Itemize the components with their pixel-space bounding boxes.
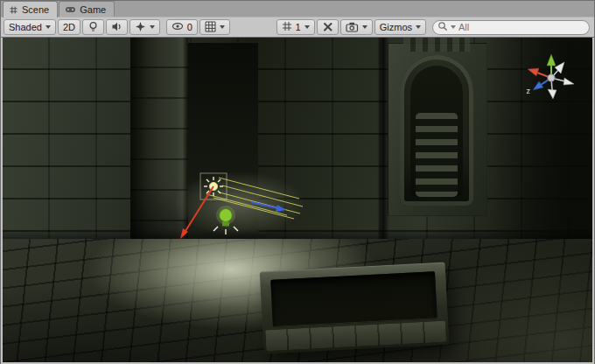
search-icon bbox=[438, 21, 448, 33]
gizmos-label: Gizmos bbox=[380, 22, 412, 32]
scene-lighting-button[interactable] bbox=[82, 19, 104, 35]
scene-audio-button[interactable] bbox=[106, 19, 128, 35]
game-tab-icon bbox=[65, 4, 76, 14]
chevron-down-icon bbox=[304, 25, 310, 29]
crossed-tools-icon bbox=[322, 21, 333, 34]
grid-icon bbox=[205, 21, 216, 34]
scene-arch-grate bbox=[416, 113, 458, 197]
grid-visibility-dropdown[interactable] bbox=[200, 19, 230, 35]
tab-game[interactable]: Game bbox=[59, 1, 115, 17]
scene-3d-viewport[interactable]: z bbox=[3, 38, 592, 362]
shading-mode-label: Shaded bbox=[9, 22, 42, 32]
scene-effects-dropdown[interactable] bbox=[130, 19, 160, 35]
tab-scene-label: Scene bbox=[22, 4, 49, 15]
tab-scene[interactable]: Scene bbox=[3, 1, 58, 18]
chevron-down-icon bbox=[362, 25, 368, 29]
viewport-frame: z bbox=[1, 37, 594, 364]
scene-arch-emblem bbox=[403, 38, 470, 52]
sparkle-icon bbox=[135, 21, 146, 34]
light-bulb-icon bbox=[88, 21, 99, 34]
scene-toolbar: Shaded 2D 0 bbox=[1, 17, 594, 37]
grid-snap-dropdown[interactable]: 1 bbox=[276, 19, 315, 35]
visibility-hidden-count: 0 bbox=[187, 22, 192, 32]
camera-icon bbox=[346, 21, 359, 34]
trough-interior bbox=[270, 271, 438, 327]
scene-stone-trough bbox=[260, 262, 450, 354]
shading-mode-dropdown[interactable]: Shaded bbox=[4, 19, 56, 35]
tab-bar: Scene Game bbox=[1, 1, 594, 17]
scene-visibility-button[interactable]: 0 bbox=[166, 19, 198, 35]
chevron-down-icon bbox=[150, 25, 155, 29]
component-tools-button[interactable] bbox=[317, 19, 339, 35]
grid-snap-value: 1 bbox=[296, 22, 301, 32]
scene-camera-dropdown[interactable] bbox=[340, 19, 373, 35]
toggle-2d-label: 2D bbox=[63, 22, 75, 32]
search-input[interactable] bbox=[458, 22, 583, 32]
tab-game-label: Game bbox=[80, 4, 106, 15]
search-filter-chevron-icon bbox=[451, 25, 456, 29]
scene-right-shadow bbox=[487, 38, 592, 252]
eye-icon bbox=[172, 21, 184, 33]
scene-search-field[interactable] bbox=[432, 20, 590, 35]
speaker-icon bbox=[111, 21, 122, 34]
scene-tab-icon bbox=[9, 5, 18, 15]
chevron-down-icon bbox=[220, 25, 225, 29]
scene-view-window: Scene Game Shaded 2D bbox=[0, 0, 595, 364]
snap-grid-icon bbox=[282, 21, 292, 33]
gizmos-dropdown[interactable]: Gizmos bbox=[374, 19, 426, 35]
chevron-down-icon bbox=[46, 25, 51, 29]
chevron-down-icon bbox=[416, 25, 421, 29]
toggle-2d-button[interactable]: 2D bbox=[58, 19, 80, 35]
